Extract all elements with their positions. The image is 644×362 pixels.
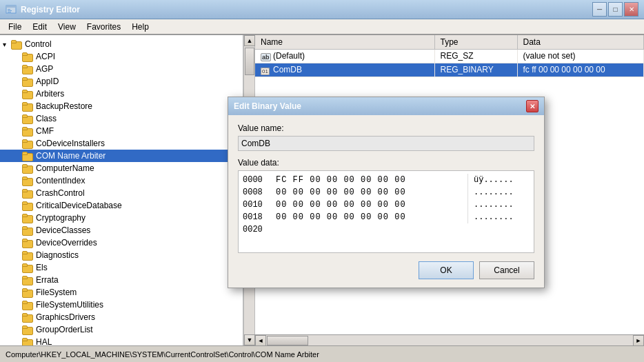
- hex-bytes[interactable]: 00 00 00 00 00 00 00 00: [276, 199, 462, 211]
- dialog-overlay: Edit Binary Value ✕ Value name: Value da…: [0, 0, 644, 362]
- value-data-label: Value data:: [238, 158, 534, 168]
- hex-bytes[interactable]: 00 00 00 00 00 00 00 00: [276, 186, 462, 199]
- hex-ascii: ........: [467, 211, 530, 223]
- hex-ascii: ........: [467, 199, 530, 211]
- hex-editor[interactable]: 0000 FC FF 00 00 00 00 00 00 üÿ...... 00…: [238, 170, 534, 253]
- dialog-close-button[interactable]: ✕: [526, 100, 539, 112]
- hex-bytes[interactable]: FC FF 00 00 00 00 00 00: [276, 174, 462, 186]
- hex-row: 0018 00 00 00 00 00 00 00 00 ........: [243, 211, 530, 223]
- hex-row: 0000 FC FF 00 00 00 00 00 00 üÿ......: [243, 174, 530, 186]
- dialog-buttons: OK Cancel: [238, 261, 534, 279]
- hex-row: 0008 00 00 00 00 00 00 00 00 ........: [243, 186, 530, 199]
- dialog-body: Value name: Value data: 0000 FC FF 00 00…: [228, 115, 544, 288]
- edit-binary-dialog: Edit Binary Value ✕ Value name: Value da…: [228, 97, 545, 288]
- cancel-button[interactable]: Cancel: [479, 261, 534, 279]
- value-name-label: Value name:: [238, 123, 534, 133]
- hex-ascii: üÿ......: [467, 174, 530, 186]
- hex-address: 0018: [243, 211, 276, 223]
- dialog-title: Edit Binary Value: [234, 101, 301, 111]
- hex-row: 0020: [243, 223, 530, 236]
- dialog-title-bar: Edit Binary Value ✕: [228, 97, 544, 115]
- value-name-input: [238, 136, 534, 151]
- ok-button[interactable]: OK: [419, 261, 474, 279]
- hex-address: 0000: [243, 174, 276, 186]
- hex-address: 0008: [243, 186, 276, 199]
- hex-address: 0020: [243, 223, 276, 236]
- hex-address: 0010: [243, 199, 276, 211]
- hex-ascii: ........: [467, 186, 530, 199]
- hex-bytes[interactable]: 00 00 00 00 00 00 00 00: [276, 211, 462, 223]
- hex-row: 0010 00 00 00 00 00 00 00 00 ........: [243, 199, 530, 211]
